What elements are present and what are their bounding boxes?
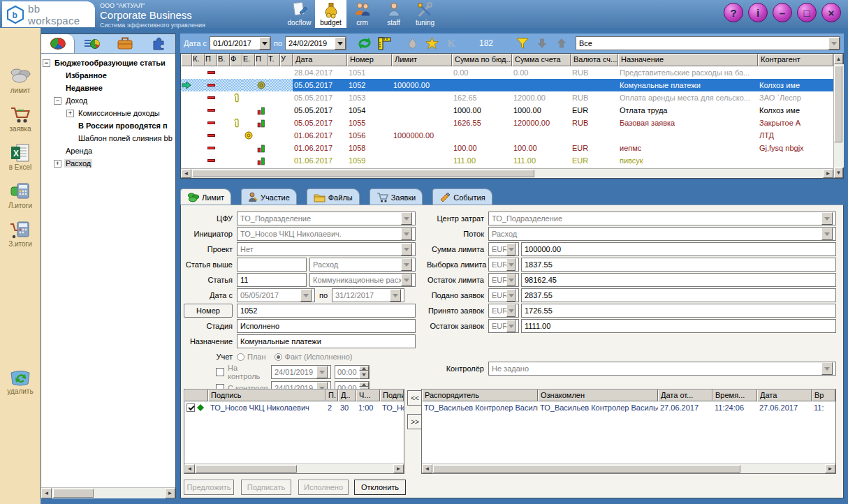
tree-item-merge-template[interactable]: Шаблон полей слияния bb [43,132,175,144]
col-currency[interactable]: Валюта сч... [571,54,618,66]
limit-sum-input[interactable]: 100000.00 [521,242,836,256]
table-row[interactable]: 28.04.201710510.000.00RUBПредставительск… [181,66,833,79]
article-code-input[interactable]: 11 [237,273,307,287]
col-p2[interactable]: П [255,54,268,66]
col-time[interactable]: Время... [712,390,757,401]
tree-item-rent[interactable]: Аренда [43,144,175,157]
cfu-select[interactable]: ТО_Подразделение [237,212,416,225]
scroll-right-icon[interactable]: ► [825,464,835,473]
contractor-filter-button[interactable]: K [443,35,460,52]
sign-button[interactable]: Подписать [241,480,291,495]
export-excel-tool[interactable]: X в Excel [1,142,40,171]
col-invoice-sum[interactable]: Сумма счета [512,54,571,66]
module-docflow[interactable]: docflow [284,0,315,28]
grid-horizontal-scrollbar[interactable]: ◄ ► [181,168,833,178]
transfer-right-button[interactable]: >> [407,414,423,429]
on-control-date-picker[interactable]: 24/01/2019 [271,365,331,379]
col-t[interactable]: Т. [268,54,280,66]
signature-row[interactable]: ТО_Носов ЧКЦ Николаевич 2 30 1:00 ТО_Но [184,401,404,414]
col-f[interactable]: Ф [230,54,242,66]
tree-item-recent[interactable]: Недавнее [43,82,175,94]
col-manager[interactable]: Распорядитель [422,390,538,401]
filter-button[interactable] [514,35,531,52]
requests-filed-input[interactable]: 2837.55 [521,288,836,302]
parent-article-code-input[interactable] [237,258,307,272]
col-k[interactable]: К. [192,54,205,66]
transfer-left-button[interactable]: << [407,390,423,406]
scope-select[interactable]: Все [576,36,840,50]
date-from-picker[interactable]: 01/01/2017 [210,36,271,50]
tab-modules[interactable] [142,34,175,53]
purpose-input[interactable]: Комунальные платежи [237,334,416,348]
module-staff[interactable]: staff [378,0,409,28]
col-u[interactable]: У [280,54,293,66]
limit-rest-currency[interactable]: EUR [488,273,519,287]
move-down-button[interactable] [534,35,550,52]
scroll-left-icon[interactable]: ◄ [181,169,191,178]
col-h[interactable]: Ч... [356,390,380,401]
scroll-up-icon[interactable]: ▲ [834,54,843,64]
table-row[interactable]: 01.06.20171059111.00111.00EURпивсук [181,154,833,167]
col-d[interactable]: Д.. [338,390,356,401]
limit-used-input[interactable]: 1837.55 [521,258,836,272]
table-row[interactable]: 05.05.20171053162.6512000.00RUBОплата ар… [181,91,833,104]
tab-limit[interactable]: Лимит [180,188,231,205]
period-from-picker[interactable]: 05/05/2017 [237,288,315,302]
col-blank[interactable] [184,390,208,401]
flow-select[interactable]: Расход [488,227,836,241]
request-tool[interactable]: заявка [1,104,40,133]
col-acknowledged[interactable]: Ознакомлен [538,390,658,401]
requests-filed-currency[interactable]: EUR [488,288,519,302]
period-to-picker[interactable]: 31/12/2017 [332,288,404,302]
tab-budget-articles[interactable] [41,34,75,53]
spin-up-icon[interactable] [359,366,369,371]
number-input[interactable]: 1052 [237,304,416,318]
fact-radio[interactable] [275,353,282,361]
refresh-button[interactable] [356,35,373,52]
chevron-down-icon[interactable] [828,37,840,50]
col-signature[interactable]: Подпись [208,390,326,401]
requests-rest-input[interactable]: 1111.00 [521,319,836,333]
chevron-down-icon[interactable] [335,37,346,50]
tree-item-root[interactable]: −Бюджетообразующие статьи [43,57,175,69]
tab-events[interactable]: События [432,188,492,205]
tab-requests[interactable]: Заявки [370,188,423,205]
col-time2[interactable]: Вр [812,390,835,401]
scroll-right-icon[interactable]: ► [823,169,833,178]
plan-radio[interactable] [237,353,244,361]
tab-participation[interactable]: Участие [241,188,297,205]
request-totals-tool[interactable]: З.итоги [1,219,40,248]
limit-sum-currency[interactable]: EUR [488,242,519,256]
maximize-button[interactable]: □ [797,3,817,22]
measure-button[interactable] [376,35,393,52]
limit-used-currency[interactable]: EUR [488,258,519,272]
info-button[interactable]: i [748,3,768,22]
tree-item-commission-income[interactable]: +Комиссионные доходы [43,107,175,119]
cost-center-select[interactable]: ТО_Подразделение [488,212,836,225]
article-name-select[interactable]: Коммуникационные расходы [309,273,416,287]
on-control-checkbox[interactable] [216,368,224,376]
requests-accepted-currency[interactable]: EUR [488,304,519,318]
col-date[interactable]: Дата [757,390,812,401]
col-number[interactable]: Номер [347,54,392,66]
reject-button[interactable]: Отклонить [354,480,406,495]
requests-rest-currency[interactable]: EUR [488,319,519,333]
scroll-down-icon[interactable]: ▼ [834,168,843,178]
project-select[interactable]: Нет [237,242,416,256]
collapse-icon[interactable]: − [54,97,61,105]
col-budget-sum[interactable]: Сумма по бюд... [452,54,512,66]
hot-filter-button[interactable] [404,35,421,52]
col-limit[interactable]: Лимит [392,54,452,66]
favorites-button[interactable] [423,35,440,52]
col-sign2[interactable]: Подпис [380,390,404,401]
parent-article-flow-select[interactable]: Расход [309,258,416,272]
limit-tool[interactable]: лимит [1,66,40,94]
tree-item-russia[interactable]: В России проводятся п [43,119,175,132]
scroll-left-icon[interactable]: ◄ [422,464,432,473]
module-tuning[interactable]: tuning [409,0,441,28]
table-row-selected[interactable]: 05.05.20171052100000.00Комунальные плате… [181,79,833,91]
col-p[interactable]: П. [326,390,338,401]
delete-tool[interactable]: удалить [1,366,40,395]
tree-horizontal-scrollbar[interactable]: ◄ ► [41,487,175,498]
scroll-right-icon[interactable]: ► [165,488,175,498]
